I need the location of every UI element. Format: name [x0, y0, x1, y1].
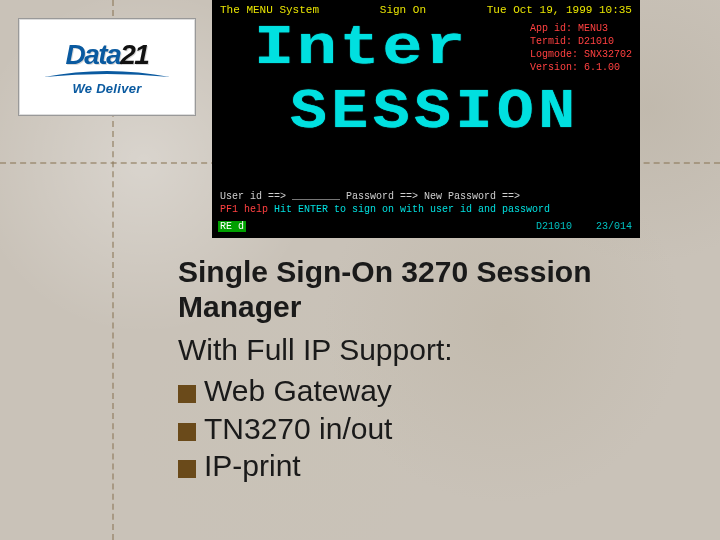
- terminal-meta-app: App id: MENU3: [530, 22, 632, 35]
- terminal-hint-line: PF1 help Hit ENTER to sign on with user …: [220, 203, 632, 216]
- terminal-status: D21010 23/014: [536, 221, 632, 232]
- terminal-input-area: User id ==> ________ Password ==> New Pa…: [220, 190, 632, 216]
- bullet-label: IP-print: [204, 447, 301, 485]
- logo-brand-data: Data: [66, 39, 121, 71]
- terminal-cursor-pos: 23/014: [596, 221, 632, 232]
- terminal-header: The MENU System Sign On Tue Oct 19, 1999…: [214, 2, 638, 16]
- terminal-screenshot: The MENU System Sign On Tue Oct 19, 1999…: [212, 0, 640, 238]
- terminal-meta: App id: MENU3 Termid: D21010 Logmode: SN…: [530, 22, 632, 74]
- terminal-header-center: Sign On: [380, 4, 426, 16]
- bullet-square-icon: [178, 385, 196, 403]
- logo-brand: Data21: [66, 39, 149, 71]
- terminal-pf-key: PF1 help: [220, 204, 268, 215]
- bullet-square-icon: [178, 460, 196, 478]
- terminal-header-right: Tue Oct 19, 1999 10:35: [487, 4, 632, 16]
- logo-card: Data21 We Deliver: [18, 18, 196, 116]
- terminal-meta-term: Termid: D21010: [530, 35, 632, 48]
- terminal-meta-logmode: Logmode: SNX32702: [530, 48, 632, 61]
- terminal-title-session: SESSION: [290, 84, 580, 140]
- bullet-square-icon: [178, 423, 196, 441]
- page-title: Single Sign-On 3270 Session Manager: [178, 254, 678, 325]
- terminal-meta-version: Version: 6.1.00: [530, 61, 632, 74]
- list-item: Web Gateway: [178, 372, 678, 410]
- terminal-cmd: RE d: [218, 221, 246, 232]
- bullet-label: Web Gateway: [204, 372, 392, 410]
- terminal-body: Inter SESSION App id: MENU3 Termid: D210…: [214, 16, 638, 234]
- list-item: TN3270 in/out: [178, 410, 678, 448]
- terminal-termid: D21010: [536, 221, 572, 232]
- bullet-label: TN3270 in/out: [204, 410, 392, 448]
- terminal-header-left: The MENU System: [220, 4, 319, 16]
- terminal-title-inter: Inter: [254, 20, 468, 76]
- logo-swoosh-icon: [42, 69, 172, 81]
- page-subtitle: With Full IP Support:: [178, 331, 678, 369]
- logo-tagline: We Deliver: [72, 81, 141, 96]
- terminal-hint-text: Hit ENTER to sign on with user id and pa…: [274, 204, 550, 215]
- terminal-input-line: User id ==> ________ Password ==> New Pa…: [220, 190, 632, 203]
- list-item: IP-print: [178, 447, 678, 485]
- logo-brand-21: 21: [120, 39, 148, 71]
- content-block: Single Sign-On 3270 Session Manager With…: [178, 254, 678, 485]
